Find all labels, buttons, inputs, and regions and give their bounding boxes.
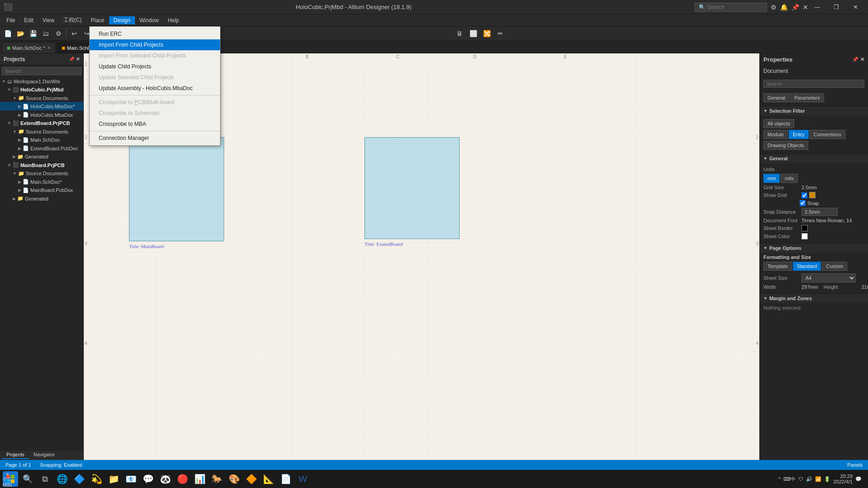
tree-item[interactable]: ▶📄MainBoard.PcbDoc [0,186,83,194]
tree-item[interactable]: ▶📄HoloCubis.MbaDoc [0,110,83,119]
toolbar-canvas-1[interactable]: 🖥 [454,28,465,39]
taskbar-mail[interactable]: 📧 [123,471,139,487]
panel-search[interactable] [0,65,83,77]
snap-distance-input[interactable] [801,208,838,216]
btn-standard[interactable]: Standard [793,262,821,271]
btn-entry[interactable]: Entry [789,130,809,139]
menu-view[interactable]: View [38,16,59,24]
taskbar-files[interactable]: 📁 [106,471,121,487]
tray-speaker[interactable]: 🔊 [806,476,812,482]
gear-icon[interactable]: ⚙ [771,4,777,11]
system-time[interactable]: 20:29 2022/4/1 [833,474,853,484]
tree-item[interactable]: ▼📁Source Documents [0,94,83,102]
tab-parameters[interactable]: Parameters [790,93,824,102]
taskbar-word[interactable]: W [295,471,311,487]
maximize-button[interactable]: ❐ [827,1,845,14]
taskbar-edge2[interactable]: 💫 [89,471,104,487]
tree-item[interactable]: ▶📄Main.SchDoc [0,135,83,144]
tray-input[interactable]: ⌨中 [783,476,796,483]
taskbar-app2[interactable]: 🐼 [158,471,173,487]
menu-run-erc[interactable]: Run ERC [90,29,220,39]
tree-item[interactable]: ▼🗂Workspace1.DsnWrk [0,77,83,85]
selection-filter-header[interactable]: ▼ Selection Filter [760,106,868,115]
tree-item[interactable]: ▼⬛ExtendBoard.PrjPCB [0,119,83,127]
tree-item[interactable]: ▶📄Main.SchDoc* [0,177,83,186]
margin-zones-header[interactable]: ▼ Margin and Zones [760,293,868,303]
menu-update-assembly[interactable]: Update Assembly - HoloCubis.MbaDoc [90,83,220,94]
tray-defender[interactable]: 🛡 [798,476,803,482]
menu-file[interactable]: File [2,16,19,24]
taskbar-excel[interactable]: 📊 [192,471,207,487]
toolbar-open[interactable]: 📂 [14,28,26,39]
sheet-border-swatch[interactable] [801,225,808,231]
menu-connection-manager[interactable]: Connection Manager [90,133,220,144]
schematic-box-extendboard[interactable] [364,137,460,239]
title-search[interactable]: 🔍 [695,3,767,12]
properties-search[interactable] [763,80,864,88]
taskbar-app6[interactable]: 📐 [261,471,276,487]
taskbar-taskview[interactable]: ⧉ [37,471,53,487]
menu-place[interactable]: Place [86,16,109,24]
btn-all-objects[interactable]: All objects [763,119,794,128]
tray-show-hidden[interactable]: ^ [778,476,781,482]
btn-drawing-objects[interactable]: Drawing Objects [763,141,808,150]
panel-search-input[interactable] [2,67,82,75]
close-right-icon[interactable]: ✕ [803,4,808,11]
menu-import-from-child[interactable]: Import From Child Projects [90,39,220,50]
taskbar-acrobat[interactable]: 📄 [278,471,293,487]
taskbar-app3[interactable]: 🔴 [175,471,190,487]
schematic-box-mainboard[interactable] [129,137,224,241]
panel-tab-navigator[interactable]: Navigator [29,451,59,459]
menu-window[interactable]: Window [135,16,163,24]
menu-help[interactable]: Help [163,16,184,24]
toolbar-new[interactable]: 📄 [2,28,14,39]
toolbar-canvas-4[interactable]: ✏ [494,28,506,39]
tree-item[interactable]: ▶📁Generated [0,152,83,161]
tree-item[interactable]: ▶📁Generated [0,194,83,203]
menu-crossprobe-mba[interactable]: Crossprobe to MBA [90,119,220,129]
menu-update-child[interactable]: Update Child Projects [90,61,220,72]
rp-pin-icon[interactable]: 📌 [852,57,858,62]
taskbar-chrome[interactable]: 🌐 [54,471,70,487]
btn-mils[interactable]: mils [781,174,798,183]
tray-battery[interactable]: 🔋 [824,476,830,482]
btn-template[interactable]: Template [763,262,792,271]
tree-item[interactable]: ▶📄HoloCubis.MbsDoc* [0,102,83,110]
tray-wifi[interactable]: 📶 [815,476,821,482]
tab-close-sch[interactable]: ✕ [47,45,51,50]
minimize-button[interactable]: — [808,1,826,14]
panel-close-icon[interactable]: ✕ [76,57,80,62]
taskbar-app4[interactable]: 🐎 [209,471,225,487]
taskbar-altium[interactable]: 🔶 [244,471,259,487]
tree-item[interactable]: ▼📁Source Documents [0,127,83,136]
panel-pin-icon[interactable]: 📌 [69,57,74,62]
toolbar-canvas-3[interactable]: 🔀 [481,28,493,39]
toolbar-settings[interactable]: ⚙ [53,28,64,39]
btn-mm[interactable]: mm [763,174,780,183]
tray-notification[interactable]: 💬 [855,476,862,482]
toolbar-save-all[interactable]: 🗂 [40,28,52,39]
title-search-input[interactable] [707,4,762,10]
btn-custom[interactable]: Custom [822,262,847,271]
taskbar-app1[interactable]: 💬 [140,471,156,487]
page-options-header[interactable]: ▼ Page Options [760,243,868,253]
pin-icon[interactable]: 📌 [791,4,799,11]
bell-icon[interactable]: 🔔 [780,4,788,11]
tab-general[interactable]: General [763,93,789,102]
snap-checkbox[interactable] [800,200,806,206]
btn-module[interactable]: Module [763,130,788,139]
toolbar-save[interactable]: 💾 [27,28,39,39]
show-grid-checkbox[interactable] [801,192,807,198]
btn-connections[interactable]: Connections [810,130,845,139]
tree-item[interactable]: ▼📁Source Documents [0,169,83,177]
taskbar-app5[interactable]: 🎨 [226,471,242,487]
status-panels[interactable]: Panels [847,462,863,468]
menu-project[interactable]: 工程(C) [59,15,86,25]
taskbar-search[interactable]: 🔍 [20,471,35,487]
tree-item[interactable]: ▶📄ExtendBoard.PcbDoc [0,144,83,153]
sheet-color-swatch[interactable] [801,233,808,239]
menu-edit[interactable]: Edit [19,16,38,24]
sheet-size-select[interactable]: A4 A3 Letter [801,273,856,282]
menu-design[interactable]: Design [109,16,135,24]
panel-tab-projects[interactable]: Projects [2,451,29,459]
